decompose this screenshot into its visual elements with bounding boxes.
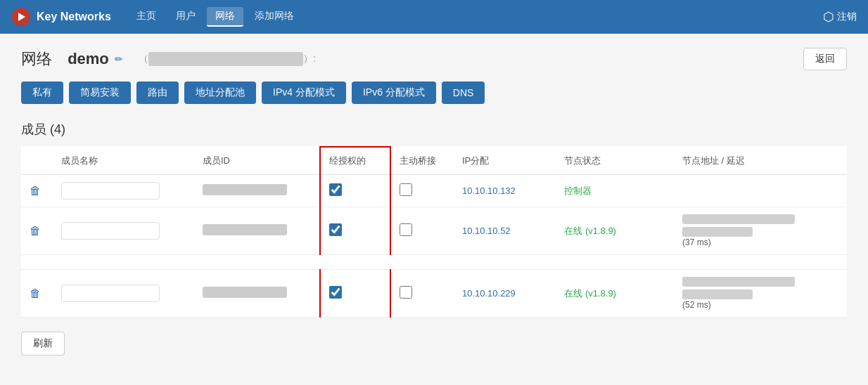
member-name-cell-2	[53, 207, 194, 255]
delete-icon-2[interactable]: 🗑	[30, 225, 41, 237]
logout-area[interactable]: ⬡ 注销	[823, 9, 857, 25]
bridge-cell-1	[390, 175, 453, 207]
node-addr-blurred-3b	[682, 289, 753, 299]
authorized-cell-1	[320, 175, 391, 207]
node-status-3: 在线 (v1.8.9)	[564, 288, 616, 299]
bridge-cell-3	[390, 270, 453, 318]
title-prefix: 网络	[21, 48, 52, 70]
member-name-input-2[interactable]	[61, 222, 160, 240]
edit-icon[interactable]: ✏	[115, 53, 123, 65]
node-addr-blurred-2a	[682, 214, 795, 224]
page-title: 网络 demo ✏ （）:	[21, 48, 316, 70]
network-id-blurred	[148, 52, 303, 66]
section-title: 成员 (4)	[21, 121, 847, 138]
member-id-cell-2	[194, 207, 320, 255]
authorized-cell-2	[320, 207, 391, 255]
ip-cell-2: 10.10.10.52	[454, 207, 556, 255]
delete-icon-1[interactable]: 🗑	[30, 185, 41, 197]
tab-dns[interactable]: DNS	[442, 81, 485, 104]
table-row: 🗑 10.10.10.52 在线 (v1.8.9)	[21, 207, 847, 255]
tab-ipv6-mode[interactable]: IPv6 分配模式	[352, 81, 436, 104]
th-member-id: 成员ID	[194, 147, 320, 175]
authorized-checkbox-3[interactable]	[329, 286, 342, 299]
refresh-button[interactable]: 刷新	[21, 332, 65, 355]
th-node-address: 节点地址 / 延迟	[674, 147, 847, 175]
tab-easy-setup[interactable]: 简易安装	[69, 81, 131, 104]
brand[interactable]: Key Networks	[11, 7, 111, 27]
ip-cell-3: 10.10.10.229	[454, 270, 556, 318]
authorized-checkbox-2[interactable]	[329, 223, 342, 236]
table-row: 🗑 10.10.10.229 在线 (v1.8.9)	[21, 270, 847, 318]
tab-buttons: 私有 简易安装 路由 地址分配池 IPv4 分配模式 IPv6 分配模式 DNS	[21, 81, 847, 104]
network-id-wrapper: （）:	[139, 52, 316, 66]
delete-icon-3[interactable]: 🗑	[30, 287, 41, 299]
member-id-cell-3	[194, 270, 320, 318]
node-status-2: 在线 (v1.8.9)	[564, 226, 616, 236]
member-id-blurred-1	[203, 184, 287, 195]
table-header-row: 成员名称 成员ID 经授权的 主动桥接 IP分配 节点状态 节点地址 / 延迟	[21, 147, 847, 175]
navbar: Key Networks 主页 用户 网络 添加网络 ⬡ 注销	[0, 0, 868, 34]
node-status-cell-3: 在线 (v1.8.9)	[556, 270, 674, 318]
member-name-cell-3	[53, 270, 194, 318]
authorized-cell-3	[320, 270, 391, 318]
tab-ipv4-mode[interactable]: IPv4 分配模式	[262, 81, 346, 104]
node-addr-blurred-3a	[682, 277, 795, 287]
node-addr-cell-1	[674, 175, 847, 207]
th-delete	[21, 147, 53, 175]
back-button[interactable]: 返回	[803, 48, 847, 70]
latency-2: (37 ms)	[682, 237, 711, 247]
member-name-cell-1	[53, 175, 194, 207]
table-row-empty	[21, 255, 847, 270]
logo-icon	[11, 7, 31, 27]
logout-icon: ⬡	[823, 9, 834, 25]
nav-item-users[interactable]: 用户	[167, 7, 204, 27]
bridge-checkbox-3[interactable]	[400, 286, 412, 299]
node-status-cell-2: 在线 (v1.8.9)	[556, 207, 674, 255]
bridge-checkbox-1[interactable]	[400, 183, 412, 196]
latency-3: (52 ms)	[682, 300, 711, 310]
brand-text: Key Networks	[37, 11, 111, 23]
ip-link-3[interactable]: 10.10.10.229	[462, 288, 516, 299]
ip-cell-1: 10.10.10.132	[454, 175, 556, 207]
delete-cell-3: 🗑	[21, 270, 53, 318]
bridge-cell-2	[390, 207, 453, 255]
delete-cell-2: 🗑	[21, 207, 53, 255]
node-addr-cell-3: (52 ms)	[674, 270, 847, 318]
authorized-checkbox-1[interactable]	[329, 183, 342, 196]
tab-private[interactable]: 私有	[21, 81, 63, 104]
tab-address-pool[interactable]: 地址分配池	[184, 81, 256, 104]
ip-link-1[interactable]: 10.10.10.132	[462, 185, 516, 196]
th-authorized: 经授权的	[320, 147, 391, 175]
member-id-blurred-3	[203, 287, 287, 298]
nav-links: 主页 用户 网络 添加网络	[128, 7, 823, 27]
node-addr-blurred-2b	[682, 227, 753, 237]
table-row: 🗑 10.10.10.132 控制器	[21, 175, 847, 207]
nav-item-network[interactable]: 网络	[207, 7, 243, 27]
member-id-cell-1	[194, 175, 320, 207]
network-name: demo	[68, 50, 109, 68]
th-ip-assignment: IP分配	[454, 147, 556, 175]
main-content: 网络 demo ✏ （）: 返回 私有 简易安装 路由 地址分配池 IPv4 分…	[0, 34, 868, 385]
bridge-checkbox-2[interactable]	[400, 223, 412, 236]
tab-routes[interactable]: 路由	[136, 81, 179, 104]
member-id-blurred-2	[203, 224, 287, 235]
page-header: 网络 demo ✏ （）: 返回	[21, 48, 847, 70]
node-status-cell-1: 控制器	[556, 175, 674, 207]
members-table: 成员名称 成员ID 经授权的 主动桥接 IP分配 节点状态 节点地址 / 延迟 …	[21, 146, 847, 318]
node-status-1: 控制器	[564, 185, 592, 196]
logout-label: 注销	[837, 11, 857, 23]
ip-link-2[interactable]: 10.10.10.52	[462, 226, 511, 236]
th-member-name: 成员名称	[53, 147, 194, 175]
member-name-input-3[interactable]	[61, 285, 160, 302]
member-name-input-1[interactable]	[61, 182, 160, 200]
th-active-bridge: 主动桥接	[390, 147, 453, 175]
node-addr-cell-2: (37 ms)	[674, 207, 847, 255]
nav-item-add-network[interactable]: 添加网络	[246, 7, 302, 27]
th-node-status: 节点状态	[556, 147, 674, 175]
delete-cell-1: 🗑	[21, 175, 53, 207]
nav-item-home[interactable]: 主页	[128, 7, 165, 27]
